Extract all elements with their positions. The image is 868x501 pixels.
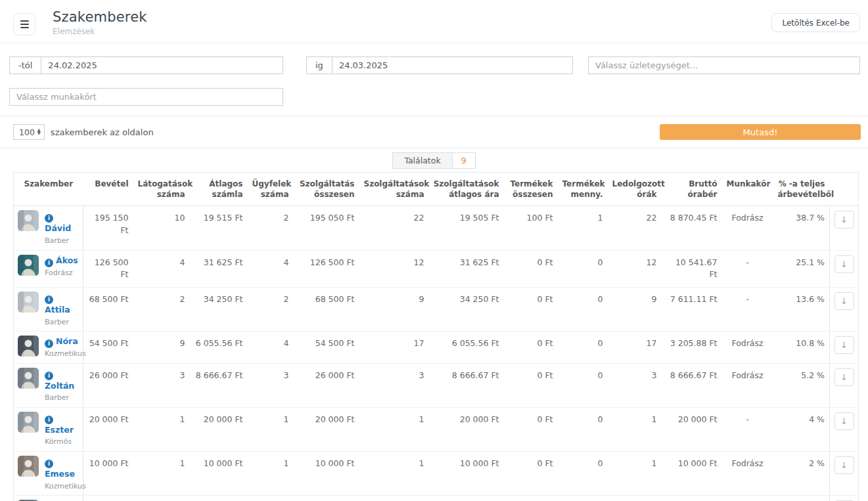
column-header: Termékek menny.	[558, 173, 608, 206]
data-cell: 1	[133, 451, 190, 495]
show-button[interactable]: Mutasd!	[660, 124, 861, 140]
data-cell: 3 600 Ft	[294, 495, 359, 501]
table-row: iÁkos Fodrász 126 500 Ft431 625 Ft4126 5…	[14, 250, 859, 288]
results-tab-strip: Találatok 9	[0, 148, 868, 172]
data-cell: 26 000 Ft	[294, 363, 359, 407]
column-header: Szolgáltatás összesen	[294, 173, 359, 206]
professionals-table: SzakemberBevételLátogatások számaÁtlagos…	[13, 172, 859, 501]
professional-name-link[interactable]: iEszter	[45, 412, 74, 435]
data-cell: 3	[133, 363, 190, 407]
data-cell: 12	[359, 250, 429, 288]
row-download-button[interactable]: ↓	[834, 456, 854, 474]
actions-cell: ↓	[830, 288, 859, 332]
row-download-button[interactable]: ↓	[834, 336, 854, 354]
date-from-input[interactable]	[41, 57, 283, 74]
avatar	[18, 456, 39, 477]
filters-section: -tól ig	[0, 43, 868, 116]
actions-cell: ↓	[830, 206, 859, 250]
data-cell: 1	[248, 495, 294, 501]
professional-cell: iAttila Barber	[14, 288, 83, 332]
data-cell: 3	[248, 363, 294, 407]
data-cell: 0 Ft	[504, 407, 558, 451]
row-download-button[interactable]: ↓	[834, 368, 854, 386]
professional-cell: iNóra Kozmetikus	[14, 332, 83, 363]
data-cell: 38.7 %	[773, 206, 830, 250]
data-cell: 20 000 Ft	[429, 407, 504, 451]
date-to-label: ig	[307, 57, 332, 74]
column-header: Termékek összesen	[504, 173, 558, 206]
professional-name-link[interactable]: iNóra	[45, 336, 78, 346]
page-size-select[interactable]: 100 ▲▼	[13, 124, 45, 140]
row-download-button[interactable]: ↓	[834, 412, 854, 430]
data-cell: 4	[248, 332, 294, 363]
data-cell: 900 Ft	[662, 495, 722, 501]
professional-name-link[interactable]: iDávid	[45, 211, 71, 233]
data-cell: 0	[558, 250, 608, 288]
data-cell: 0 Ft	[504, 363, 558, 407]
date-to-input[interactable]	[332, 57, 572, 74]
table-row: iEszter Körmös 20 000 Ft120 000 Ft120 00…	[14, 407, 859, 451]
data-cell: 54 500 Ft	[83, 332, 133, 363]
info-icon: i	[45, 339, 53, 348]
business-unit-select-input[interactable]	[588, 56, 860, 74]
hamburger-menu-button[interactable]	[13, 13, 35, 35]
data-cell: 1	[608, 451, 662, 495]
data-cell: 10 000 Ft	[83, 451, 133, 495]
professional-name-link[interactable]: iAttila	[45, 292, 70, 315]
data-cell: -	[722, 495, 773, 501]
data-cell: 68 500 Ft	[294, 288, 359, 332]
data-cell: 0 Ft	[504, 250, 558, 288]
data-cell: 7 611.11 Ft	[662, 288, 722, 332]
data-cell: 4	[608, 495, 662, 501]
data-cell: 4	[359, 495, 429, 501]
info-icon: i	[45, 416, 53, 424]
professional-name-link[interactable]: iEmese	[45, 456, 75, 479]
professionals-table-wrap: SzakemberBevételLátogatások számaÁtlagos…	[0, 172, 868, 501]
data-cell: 9	[359, 288, 429, 332]
data-cell: 0	[558, 407, 608, 451]
row-download-button[interactable]: ↓	[834, 255, 854, 273]
data-cell: 3 205.88 Ft	[662, 332, 722, 363]
table-row: iAttila Barber 68 500 Ft234 250 Ft268 50…	[14, 288, 859, 332]
data-cell: 9	[608, 288, 662, 332]
page-size-value: 100	[19, 127, 35, 137]
row-download-button[interactable]: ↓	[834, 211, 854, 229]
data-cell: 19 515 Ft	[190, 206, 248, 250]
actions-cell: ↓	[830, 407, 859, 451]
professional-cell: iLuca Fodrász	[14, 495, 83, 501]
actions-cell: ↓	[830, 332, 859, 363]
data-cell: -	[722, 250, 773, 288]
data-cell: 100 Ft	[504, 206, 558, 250]
data-cell: 4	[248, 250, 294, 288]
title-block: Szakemberek Elemzések	[53, 9, 147, 36]
data-cell: 10 000 Ft	[429, 451, 504, 495]
professional-name-link[interactable]: iÁkos	[45, 255, 78, 265]
data-cell: 0 Ft	[504, 451, 558, 495]
data-cell: -	[722, 288, 773, 332]
info-icon: i	[45, 460, 53, 468]
data-cell: 2	[248, 206, 294, 250]
data-cell: 9	[133, 332, 190, 363]
data-cell: 1	[359, 451, 429, 495]
download-excel-button[interactable]: Letöltés Excel-be	[771, 13, 860, 32]
data-cell: 195 150 Ft	[83, 206, 133, 250]
data-cell: 1	[133, 495, 190, 501]
results-tab[interactable]: Találatok	[392, 152, 452, 169]
professional-role: Barber	[45, 393, 79, 403]
actions-cell: ↓	[830, 363, 859, 407]
download-arrow-icon: ↓	[840, 340, 848, 350]
professional-role: Barber	[45, 317, 79, 327]
data-cell: 2 %	[773, 451, 830, 495]
data-cell: 0.7 %	[773, 495, 830, 501]
row-download-button[interactable]: ↓	[834, 292, 854, 310]
data-cell: 0	[558, 451, 608, 495]
page-title: Szakemberek	[53, 9, 147, 25]
avatar	[18, 412, 39, 433]
info-icon: i	[45, 259, 53, 267]
column-header: Ügyfelek száma	[248, 173, 294, 206]
column-header: % -a teljes árbevételből	[773, 173, 830, 206]
professional-name-link[interactable]: iZoltán	[45, 368, 74, 391]
data-cell: 31 625 Ft	[429, 250, 504, 288]
data-cell: 3 600 Ft	[429, 495, 504, 501]
job-select-input[interactable]	[9, 88, 283, 106]
